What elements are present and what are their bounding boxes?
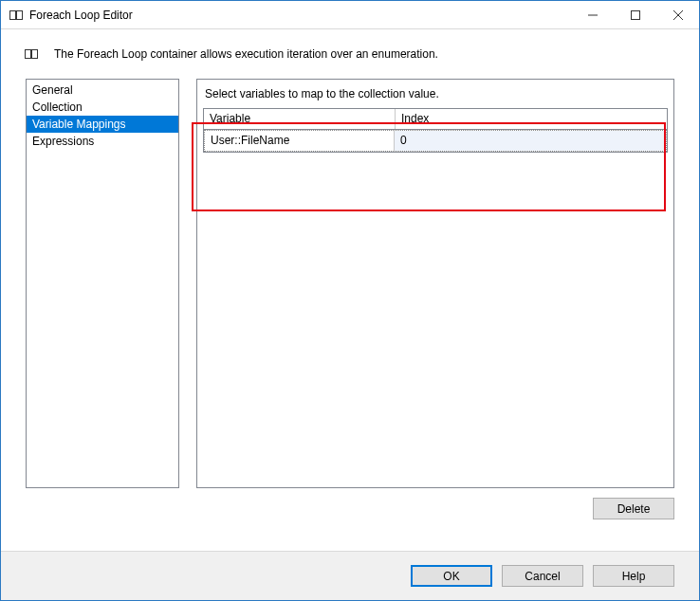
navigation-panel: General Collection Variable Mappings Exp… [26,79,179,488]
svg-rect-3 [631,10,639,19]
svg-rect-6 [26,50,31,59]
ok-button[interactable]: OK [411,565,492,587]
svg-rect-0 [10,10,16,19]
loop-container-icon [9,8,24,23]
help-button[interactable]: Help [593,565,674,587]
svg-rect-1 [17,10,23,19]
delete-button[interactable]: Delete [593,498,674,519]
dialog-footer: OK Cancel Help [1,551,699,600]
minimize-button[interactable] [571,1,614,28]
description-row: The Foreach Loop container allows execut… [1,29,699,79]
window-title: Foreach Loop Editor [29,9,571,22]
maximize-button[interactable] [614,1,656,28]
cancel-button[interactable]: Cancel [502,565,583,587]
grid-cell-index[interactable]: 0 [395,131,666,151]
nav-item-variable-mappings[interactable]: Variable Mappings [27,116,178,133]
description-text: The Foreach Loop container allows execut… [54,47,438,61]
grid-cell-variable[interactable]: User::FileName [205,131,395,151]
nav-item-expressions[interactable]: Expressions [27,133,178,150]
close-button[interactable] [656,1,699,28]
loop-container-icon [24,46,39,62]
nav-item-collection[interactable]: Collection [27,99,178,116]
svg-rect-7 [32,50,38,59]
main-panel: Select variables to map to the collectio… [196,79,674,488]
grid-header-row: Variable Index [203,108,668,129]
mappings-grid[interactable]: Variable Index User::FileName 0 [203,108,668,153]
grid-header-index[interactable]: Index [396,109,667,129]
titlebar: Foreach Loop Editor [1,1,699,29]
instruction-text: Select variables to map to the collectio… [203,85,668,108]
grid-header-variable[interactable]: Variable [204,109,396,129]
nav-item-general[interactable]: General [27,82,178,99]
grid-row[interactable]: User::FileName 0 [204,130,667,152]
